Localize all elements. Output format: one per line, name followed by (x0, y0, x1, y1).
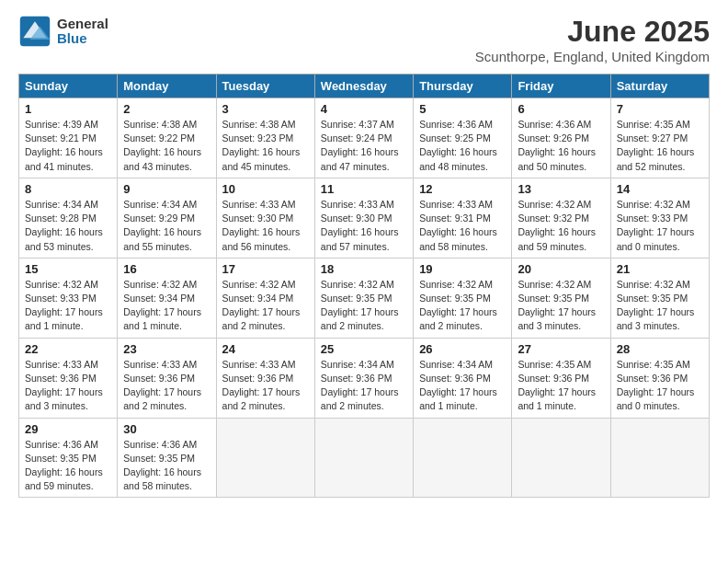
day-cell: 15Sunrise: 4:32 AM Sunset: 9:33 PM Dayli… (19, 258, 118, 338)
day-info: Sunrise: 4:34 AM Sunset: 9:29 PM Dayligh… (123, 198, 210, 254)
logo-general: General (57, 17, 108, 32)
day-number: 19 (419, 262, 506, 276)
day-number: 23 (123, 342, 210, 356)
day-cell (314, 418, 413, 498)
day-info: Sunrise: 4:35 AM Sunset: 9:36 PM Dayligh… (518, 358, 604, 414)
day-info: Sunrise: 4:32 AM Sunset: 9:35 PM Dayligh… (321, 278, 407, 334)
day-cell: 14Sunrise: 4:32 AM Sunset: 9:33 PM Dayli… (610, 178, 709, 258)
day-info: Sunrise: 4:34 AM Sunset: 9:36 PM Dayligh… (419, 358, 506, 414)
day-number: 17 (222, 262, 309, 276)
day-cell (512, 418, 610, 498)
day-info: Sunrise: 4:32 AM Sunset: 9:35 PM Dayligh… (518, 278, 604, 334)
day-info: Sunrise: 4:32 AM Sunset: 9:35 PM Dayligh… (419, 278, 506, 334)
day-info: Sunrise: 4:32 AM Sunset: 9:33 PM Dayligh… (617, 198, 703, 254)
day-number: 1 (25, 102, 111, 116)
week-row-4: 22Sunrise: 4:33 AM Sunset: 9:36 PM Dayli… (19, 338, 710, 418)
day-info: Sunrise: 4:38 AM Sunset: 9:23 PM Dayligh… (222, 118, 309, 174)
day-number: 10 (222, 182, 309, 196)
day-number: 11 (321, 182, 407, 196)
day-cell: 3Sunrise: 4:38 AM Sunset: 9:23 PM Daylig… (216, 98, 314, 178)
day-info: Sunrise: 4:33 AM Sunset: 9:36 PM Dayligh… (222, 358, 309, 414)
day-info: Sunrise: 4:33 AM Sunset: 9:30 PM Dayligh… (222, 198, 309, 254)
day-info: Sunrise: 4:36 AM Sunset: 9:26 PM Dayligh… (518, 118, 604, 174)
day-info: Sunrise: 4:34 AM Sunset: 9:36 PM Dayligh… (321, 358, 407, 414)
day-number: 29 (25, 422, 111, 436)
day-cell: 1Sunrise: 4:39 AM Sunset: 9:21 PM Daylig… (19, 98, 118, 178)
day-number: 12 (419, 182, 506, 196)
day-number: 21 (617, 262, 703, 276)
day-cell: 21Sunrise: 4:32 AM Sunset: 9:35 PM Dayli… (610, 258, 709, 338)
day-number: 20 (518, 262, 604, 276)
day-info: Sunrise: 4:33 AM Sunset: 9:30 PM Dayligh… (321, 198, 407, 254)
calendar-subtitle: Scunthorpe, England, United Kingdom (475, 49, 710, 64)
day-cell: 28Sunrise: 4:35 AM Sunset: 9:36 PM Dayli… (610, 338, 709, 418)
day-cell (610, 418, 709, 498)
day-info: Sunrise: 4:32 AM Sunset: 9:34 PM Dayligh… (222, 278, 309, 334)
day-info: Sunrise: 4:34 AM Sunset: 9:28 PM Dayligh… (25, 198, 111, 254)
day-number: 30 (123, 422, 210, 436)
day-cell: 12Sunrise: 4:33 AM Sunset: 9:31 PM Dayli… (414, 178, 512, 258)
day-cell: 18Sunrise: 4:32 AM Sunset: 9:35 PM Dayli… (314, 258, 413, 338)
day-number: 27 (518, 342, 604, 356)
day-cell: 13Sunrise: 4:32 AM Sunset: 9:32 PM Dayli… (512, 178, 610, 258)
day-number: 16 (123, 262, 210, 276)
day-cell: 23Sunrise: 4:33 AM Sunset: 9:36 PM Dayli… (118, 338, 216, 418)
day-info: Sunrise: 4:32 AM Sunset: 9:33 PM Dayligh… (25, 278, 111, 334)
title-block: June 2025 Scunthorpe, England, United Ki… (475, 15, 710, 64)
day-number: 18 (321, 262, 407, 276)
day-info: Sunrise: 4:35 AM Sunset: 9:36 PM Dayligh… (617, 358, 703, 414)
day-number: 14 (617, 182, 703, 196)
day-number: 7 (617, 102, 703, 116)
day-cell (414, 418, 512, 498)
day-cell: 11Sunrise: 4:33 AM Sunset: 9:30 PM Dayli… (314, 178, 413, 258)
day-cell: 16Sunrise: 4:32 AM Sunset: 9:34 PM Dayli… (118, 258, 216, 338)
day-cell: 29Sunrise: 4:36 AM Sunset: 9:35 PM Dayli… (19, 418, 118, 498)
day-cell: 30Sunrise: 4:36 AM Sunset: 9:35 PM Dayli… (118, 418, 216, 498)
day-cell: 9Sunrise: 4:34 AM Sunset: 9:29 PM Daylig… (118, 178, 216, 258)
header-row: SundayMondayTuesdayWednesdayThursdayFrid… (19, 75, 710, 98)
header-wednesday: Wednesday (314, 75, 413, 98)
header-tuesday: Tuesday (216, 75, 314, 98)
logo-text: General Blue (57, 17, 108, 47)
day-info: Sunrise: 4:36 AM Sunset: 9:25 PM Dayligh… (419, 118, 506, 174)
day-cell: 20Sunrise: 4:32 AM Sunset: 9:35 PM Dayli… (512, 258, 610, 338)
day-cell: 2Sunrise: 4:38 AM Sunset: 9:22 PM Daylig… (118, 98, 216, 178)
page-header: General Blue June 2025 Scunthorpe, Engla… (18, 15, 710, 64)
day-info: Sunrise: 4:32 AM Sunset: 9:32 PM Dayligh… (518, 198, 604, 254)
week-row-3: 15Sunrise: 4:32 AM Sunset: 9:33 PM Dayli… (19, 258, 710, 338)
day-number: 6 (518, 102, 604, 116)
day-info: Sunrise: 4:35 AM Sunset: 9:27 PM Dayligh… (617, 118, 703, 174)
header-thursday: Thursday (414, 75, 512, 98)
day-info: Sunrise: 4:33 AM Sunset: 9:31 PM Dayligh… (419, 198, 506, 254)
day-cell: 7Sunrise: 4:35 AM Sunset: 9:27 PM Daylig… (610, 98, 709, 178)
day-cell: 25Sunrise: 4:34 AM Sunset: 9:36 PM Dayli… (314, 338, 413, 418)
day-number: 9 (123, 182, 210, 196)
day-number: 22 (25, 342, 111, 356)
day-info: Sunrise: 4:36 AM Sunset: 9:35 PM Dayligh… (123, 438, 210, 494)
day-info: Sunrise: 4:32 AM Sunset: 9:34 PM Dayligh… (123, 278, 210, 334)
day-cell: 24Sunrise: 4:33 AM Sunset: 9:36 PM Dayli… (216, 338, 314, 418)
logo-icon (18, 15, 51, 48)
calendar-page: General Blue June 2025 Scunthorpe, Engla… (0, 0, 728, 563)
day-number: 2 (123, 102, 210, 116)
day-number: 4 (321, 102, 407, 116)
day-number: 8 (25, 182, 111, 196)
day-cell: 4Sunrise: 4:37 AM Sunset: 9:24 PM Daylig… (314, 98, 413, 178)
day-cell: 5Sunrise: 4:36 AM Sunset: 9:25 PM Daylig… (414, 98, 512, 178)
day-number: 24 (222, 342, 309, 356)
day-cell: 8Sunrise: 4:34 AM Sunset: 9:28 PM Daylig… (19, 178, 118, 258)
day-number: 28 (617, 342, 703, 356)
day-info: Sunrise: 4:33 AM Sunset: 9:36 PM Dayligh… (123, 358, 210, 414)
day-number: 3 (222, 102, 309, 116)
day-number: 5 (419, 102, 506, 116)
day-info: Sunrise: 4:32 AM Sunset: 9:35 PM Dayligh… (617, 278, 703, 334)
day-cell: 27Sunrise: 4:35 AM Sunset: 9:36 PM Dayli… (512, 338, 610, 418)
day-number: 15 (25, 262, 111, 276)
week-row-1: 1Sunrise: 4:39 AM Sunset: 9:21 PM Daylig… (19, 98, 710, 178)
day-info: Sunrise: 4:37 AM Sunset: 9:24 PM Dayligh… (321, 118, 407, 174)
day-info: Sunrise: 4:36 AM Sunset: 9:35 PM Dayligh… (25, 438, 111, 494)
day-cell: 10Sunrise: 4:33 AM Sunset: 9:30 PM Dayli… (216, 178, 314, 258)
logo: General Blue (18, 15, 108, 48)
logo-blue: Blue (57, 31, 108, 47)
day-number: 26 (419, 342, 506, 356)
